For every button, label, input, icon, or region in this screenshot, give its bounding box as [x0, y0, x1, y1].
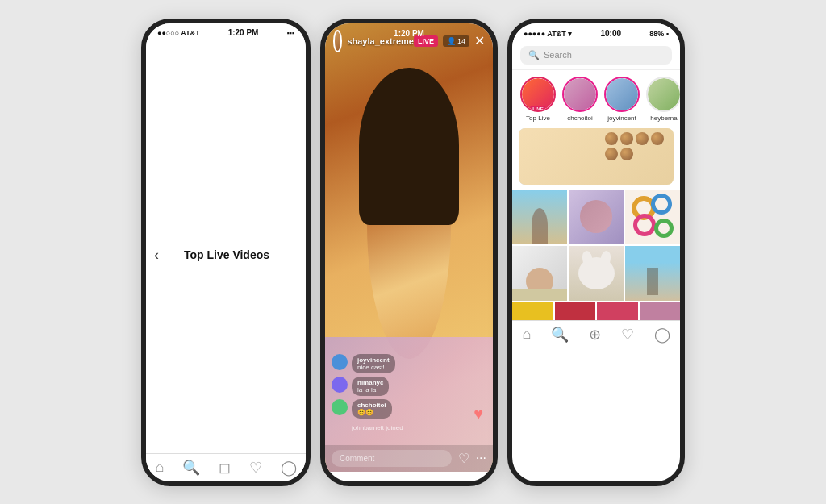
phone-3-explore: ●●●●● AT&T ▾ 10:00 88% ▪ 🔍 Search LIVE T…: [507, 19, 685, 486]
stories-row: LIVE Top Live chchoitoi joyvincent: [512, 70, 680, 128]
comment-text-1: la la la: [357, 386, 383, 394]
color-seg-4: [640, 302, 681, 320]
explore-item-3[interactable]: [625, 190, 680, 244]
story-avatar-heyberna: [648, 78, 680, 110]
nav-home-1[interactable]: ⌂: [155, 459, 164, 472]
time-2: 1:20 PM: [394, 29, 424, 38]
comment-user-2: chchoitoi: [357, 402, 386, 409]
time-3: 10:00: [600, 29, 621, 38]
comment-text-0: nice cast!: [357, 364, 390, 371]
live-bottom-bar: Comment ♡ ···: [325, 445, 493, 472]
heart-animation: ♥: [473, 405, 483, 423]
explore-item-2[interactable]: [569, 190, 624, 244]
back-button[interactable]: ‹: [154, 247, 159, 264]
search-icon: 🔍: [528, 50, 540, 60]
story-toplive[interactable]: LIVE Top Live: [520, 77, 556, 122]
page-title: Top Live Videos: [165, 248, 288, 261]
explore-item-4[interactable]: [512, 246, 567, 301]
comment-user-1: nimanyc: [357, 379, 383, 386]
live-screen: shayla_extreme LIVE 👤 14 ✕ joyvincent ni…: [325, 23, 493, 472]
story-avatar-chchoitoi: [564, 78, 596, 110]
nav-add-3[interactable]: ⊕: [589, 326, 601, 344]
story-circle-chchoitoi: [562, 77, 598, 112]
search-bar[interactable]: 🔍 Search: [520, 46, 672, 65]
story-circle-heyberna: [646, 77, 680, 112]
comment-1: nimanyc la la la: [332, 377, 486, 396]
nav-search-3[interactable]: 🔍: [551, 326, 569, 344]
search-bar-wrapper: 🔍 Search: [512, 41, 680, 70]
comment-avatar-0: [332, 354, 348, 370]
status-bar-2: 1:20 PM: [325, 23, 493, 41]
story-circle-toplive: LIVE: [520, 77, 556, 112]
story-heyberna[interactable]: heyberna: [646, 77, 680, 122]
color-seg-2: [555, 302, 596, 320]
live-indicator: LIVE: [530, 106, 545, 112]
comment-avatar-1: [332, 377, 348, 393]
explore-grid-row1: [512, 190, 680, 244]
battery-1: ▪▪▪: [286, 28, 294, 37]
status-bar-1: ●●○○○ AT&T 1:20 PM ▪▪▪: [146, 23, 306, 40]
story-name-toplive: Top Live: [526, 115, 550, 122]
color-seg-1: [512, 302, 553, 320]
carrier-signal-1: ●●○○○ AT&T: [157, 29, 200, 37]
comment-2: chchoitoi 😊😊: [332, 399, 486, 419]
search-placeholder: Search: [544, 50, 572, 60]
story-circle-joyvincent: [604, 77, 640, 112]
color-seg-3: [597, 302, 638, 320]
like-button[interactable]: ♡: [458, 451, 469, 466]
nav-heart-1[interactable]: ♡: [249, 459, 262, 472]
nav-profile-1[interactable]: ◯: [281, 459, 297, 472]
nav-heart-3[interactable]: ♡: [621, 326, 634, 344]
nav-profile-3[interactable]: ◯: [654, 326, 670, 344]
explore-item-6[interactable]: [625, 246, 680, 301]
battery-3: 88% ▪: [649, 30, 669, 38]
comment-input[interactable]: Comment: [332, 450, 452, 467]
time-1: 1:20 PM: [228, 28, 259, 37]
story-name-heyberna: heyberna: [650, 115, 677, 122]
status-bar-3: ●●●●● AT&T ▾ 10:00 88% ▪: [512, 23, 680, 41]
story-name-joyvincent: joyvincent: [607, 115, 636, 122]
more-button[interactable]: ···: [476, 451, 486, 465]
story-joyvincent[interactable]: joyvincent: [604, 77, 640, 122]
story-avatar-joyvincent: [606, 78, 638, 110]
top-live-header: ‹ Top Live Videos: [146, 40, 306, 471]
explore-item-5[interactable]: [569, 246, 624, 301]
story-name-chchoitoi: chchoitoi: [567, 115, 593, 122]
comment-user-0: joyvincent: [357, 356, 390, 364]
phone-2-live: 1:20 PM shayla_extreme LIVE 👤 14: [320, 19, 498, 486]
explore-item-1[interactable]: [512, 190, 567, 244]
comment-0: joyvincent nice cast!: [332, 354, 486, 373]
explore-grid-row2: [512, 246, 680, 301]
comment-avatar-2: [332, 399, 348, 415]
comment-text-2: 😊😊: [357, 409, 386, 416]
live-action-icons: ♡ ···: [458, 451, 486, 466]
nav-search-1[interactable]: 🔍: [182, 459, 200, 472]
nav-camera-1[interactable]: ◻: [219, 459, 231, 472]
phone-1-top-live: ●●○○○ AT&T 1:20 PM ▪▪▪ ‹ Top Live Videos…: [141, 19, 311, 486]
color-bar: [512, 302, 680, 320]
carrier-3: ●●●●● AT&T ▾: [524, 30, 572, 38]
join-notification: johnbarnett joined: [332, 422, 486, 431]
story-chchoitoi[interactable]: chchoitoi: [562, 77, 598, 122]
watch-banner[interactable]: ▶ WATCH Videos You Might Like: [519, 128, 674, 185]
bottom-nav-3: ⌂ 🔍 ⊕ ♡ ◯: [512, 320, 680, 348]
live-comments: joyvincent nice cast! nimanyc la la la c…: [325, 354, 493, 431]
nav-home-3[interactable]: ⌂: [522, 326, 531, 343]
bottom-nav-1: ⌂ 🔍 ◻ ♡ ◯: [146, 453, 306, 472]
